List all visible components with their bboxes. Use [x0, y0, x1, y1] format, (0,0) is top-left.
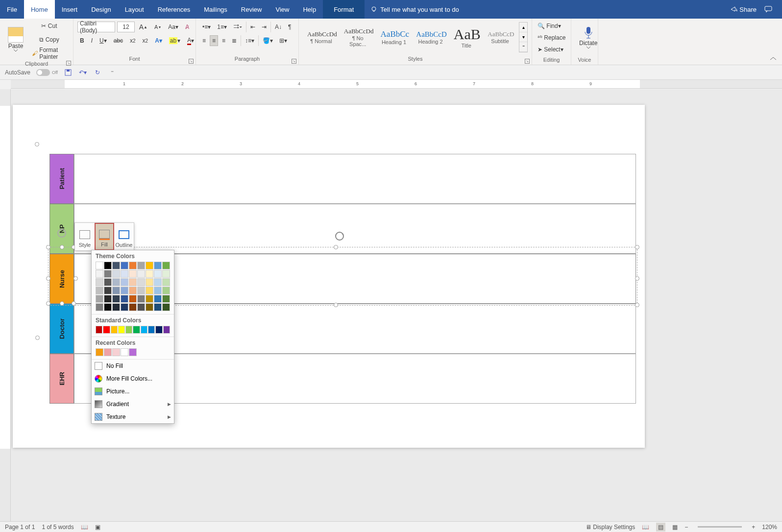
swimlane-lane-np[interactable]	[74, 204, 636, 254]
styles-scroll[interactable]: ▴	[519, 23, 527, 32]
select-button[interactable]: ➤ Select▾	[535, 44, 566, 55]
selection-handle[interactable]	[60, 301, 64, 306]
color-swatch[interactable]	[96, 326, 102, 334]
color-swatch[interactable]	[146, 303, 153, 311]
subscript-button[interactable]: x2	[127, 35, 138, 46]
mini-fill-button[interactable]: Fill	[95, 223, 114, 250]
selection-handle[interactable]	[35, 142, 39, 146]
macro-icon[interactable]: ▣	[95, 524, 100, 531]
color-swatch[interactable]	[112, 348, 120, 356]
color-swatch[interactable]	[104, 287, 112, 294]
decrease-indent-button[interactable]: ⇤	[248, 22, 258, 32]
color-swatch[interactable]	[155, 326, 162, 334]
color-swatch[interactable]	[96, 303, 103, 311]
color-swatch[interactable]	[121, 287, 128, 294]
color-swatch[interactable]	[137, 262, 145, 269]
color-swatch[interactable]	[129, 295, 137, 303]
print-layout-icon[interactable]: ▤	[656, 523, 665, 532]
shrink-font-button[interactable]: A▼	[152, 22, 164, 32]
color-swatch[interactable]	[162, 262, 170, 269]
color-swatch[interactable]	[125, 326, 132, 334]
more-fill-colors-item[interactable]: More Fill Colors...	[92, 372, 174, 385]
justify-button[interactable]: ≣	[229, 35, 239, 46]
selection-handle[interactable]	[334, 245, 338, 249]
selection-handle[interactable]	[46, 245, 50, 249]
color-swatch[interactable]	[96, 262, 103, 269]
zoom-out-button[interactable]: −	[684, 524, 688, 531]
selection-handle[interactable]	[72, 301, 76, 306]
color-swatch[interactable]	[154, 278, 162, 286]
color-swatch[interactable]	[137, 303, 145, 311]
tab-format[interactable]: Format	[323, 0, 365, 19]
text-effects-button[interactable]: A▾	[152, 35, 165, 46]
change-case-button[interactable]: Aa▾	[166, 22, 181, 32]
no-fill-item[interactable]: No Fill	[92, 360, 174, 372]
tab-design[interactable]: Design	[84, 0, 118, 19]
paragraph-dialog-icon[interactable]: ↘	[292, 59, 296, 64]
share-button[interactable]: Share	[727, 5, 759, 13]
selection-handle[interactable]	[35, 336, 40, 340]
color-swatch[interactable]	[129, 278, 137, 286]
increase-indent-button[interactable]: ⇥	[259, 22, 269, 32]
align-left-button[interactable]: ≡	[200, 35, 208, 46]
color-swatch[interactable]	[162, 270, 170, 278]
swimlane-header-ehr[interactable]: EHR	[49, 354, 74, 404]
style-item-0[interactable]: AaBbCcDd¶ Normal	[303, 29, 340, 46]
color-swatch[interactable]	[112, 262, 120, 269]
sort-button[interactable]: A↓	[272, 22, 284, 32]
tab-review[interactable]: Review	[234, 0, 269, 19]
tell-me[interactable]: Tell me what you want to do	[365, 0, 464, 19]
find-button[interactable]: 🔍 Find▾	[535, 21, 563, 31]
styles-scroll[interactable]: ⁼	[519, 42, 527, 52]
texture-fill-item[interactable]: Texture▶	[92, 411, 174, 423]
copy-button[interactable]: ⧉ Copy	[29, 34, 69, 45]
color-swatch[interactable]	[112, 303, 120, 311]
qat-customize[interactable]: ⁼	[108, 68, 117, 77]
save-button[interactable]	[64, 68, 73, 77]
italic-button[interactable]: I	[89, 35, 95, 46]
color-swatch[interactable]	[146, 270, 153, 278]
superscript-button[interactable]: x2	[140, 35, 151, 46]
clear-formatting-button[interactable]: A̷	[183, 22, 192, 32]
color-swatch[interactable]	[103, 326, 110, 334]
color-swatch[interactable]	[121, 295, 128, 303]
selection-handle[interactable]	[46, 301, 50, 306]
color-swatch[interactable]	[162, 287, 170, 294]
color-swatch[interactable]	[112, 295, 120, 303]
bold-button[interactable]: B	[77, 35, 87, 46]
cut-button[interactable]: ✂ Cut	[29, 21, 69, 31]
color-swatch[interactable]	[96, 287, 103, 294]
font-dialog-icon[interactable]: ↘	[189, 59, 194, 64]
color-swatch[interactable]	[121, 278, 128, 286]
font-color-button[interactable]: A▾	[185, 35, 196, 46]
color-swatch[interactable]	[104, 262, 112, 269]
ruler-vertical[interactable]	[0, 89, 11, 521]
dictate-button[interactable]: Dictate	[575, 21, 601, 55]
style-item-1[interactable]: AaBbCcDd¶ No Spac...	[340, 26, 376, 48]
selection-handle[interactable]	[635, 276, 639, 281]
display-settings-button[interactable]: 🖥 Display Settings	[586, 524, 635, 531]
color-swatch[interactable]	[104, 295, 112, 303]
grow-font-button[interactable]: A▲	[137, 22, 150, 32]
tab-references[interactable]: References	[151, 0, 197, 19]
color-swatch[interactable]	[163, 326, 170, 334]
line-spacing-button[interactable]: ↕≡▾	[243, 35, 257, 46]
color-swatch[interactable]	[146, 287, 153, 294]
color-swatch[interactable]	[162, 303, 170, 311]
shading-button[interactable]: 🪣▾	[260, 35, 275, 46]
color-swatch[interactable]	[112, 278, 120, 286]
color-swatch[interactable]	[121, 262, 128, 269]
comment-icon[interactable]	[764, 6, 773, 13]
styles-dialog-icon[interactable]: ↘	[525, 59, 530, 64]
replace-button[interactable]: ᵃᵇ Replace	[535, 32, 568, 43]
swimlane-lane-patient[interactable]	[74, 154, 636, 204]
color-swatch[interactable]	[129, 270, 137, 278]
color-swatch[interactable]	[137, 287, 145, 294]
color-swatch[interactable]	[146, 295, 153, 303]
color-swatch[interactable]	[111, 326, 118, 334]
undo-button[interactable]: ↶▾	[78, 68, 87, 77]
align-right-button[interactable]: ≡	[220, 35, 228, 46]
mini-style-button[interactable]: Style	[75, 223, 95, 250]
font-name-combobox[interactable]: Calibri (Body)	[77, 22, 115, 32]
align-center-button[interactable]: ≡	[210, 35, 218, 46]
